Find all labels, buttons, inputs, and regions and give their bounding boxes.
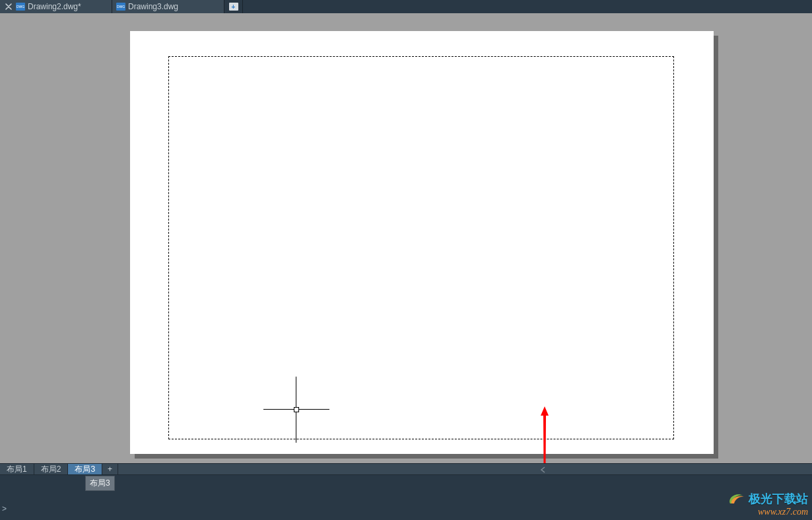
plus-icon: +: [108, 464, 112, 474]
drawing-workspace[interactable]: [0, 13, 812, 463]
document-tab-bar: Drawing2.dwg* Drawing3.dwg +: [0, 0, 812, 13]
new-document-button[interactable]: +: [224, 0, 243, 13]
close-icon[interactable]: [4, 2, 13, 11]
paper-sheet[interactable]: [130, 31, 714, 454]
new-file-icon: +: [229, 3, 238, 11]
document-tab-2[interactable]: Drawing3.dwg: [112, 0, 224, 13]
command-area[interactable]: 布局3 > 极光下载站 www.xz7.com: [0, 474, 812, 520]
layout-tab-3[interactable]: 布局3: [68, 464, 102, 474]
dwg-file-icon: [16, 3, 25, 11]
document-tab-label: Drawing2.dwg*: [28, 2, 81, 11]
dwg-file-icon: [116, 3, 125, 11]
layout-tab-2[interactable]: 布局2: [34, 464, 69, 474]
command-prompt[interactable]: >: [2, 504, 7, 513]
layout-tab-label: 布局2: [41, 464, 61, 475]
layout-tab-bar: 布局1 布局2 布局3 +: [0, 463, 812, 474]
layout-tooltip: 布局3: [85, 476, 115, 491]
layout-tab-1[interactable]: 布局1: [0, 464, 34, 474]
document-tab-1[interactable]: Drawing2.dwg*: [0, 0, 112, 13]
tooltip-text: 布局3: [90, 478, 110, 488]
watermark-url: www.xz7.com: [727, 507, 808, 517]
add-layout-button[interactable]: +: [102, 464, 118, 474]
layout-tab-label: 布局3: [75, 464, 95, 475]
watermark-logo-icon: [727, 492, 746, 506]
command-prompt-symbol: >: [2, 504, 7, 513]
print-boundary: [168, 56, 674, 439]
watermark-brand-text: 极光下载站: [749, 491, 808, 507]
layout-tab-label: 布局1: [7, 464, 27, 475]
collapse-chevron-icon[interactable]: [537, 464, 548, 475]
document-tab-label: Drawing3.dwg: [128, 2, 178, 11]
watermark: 极光下载站 www.xz7.com: [727, 491, 808, 517]
